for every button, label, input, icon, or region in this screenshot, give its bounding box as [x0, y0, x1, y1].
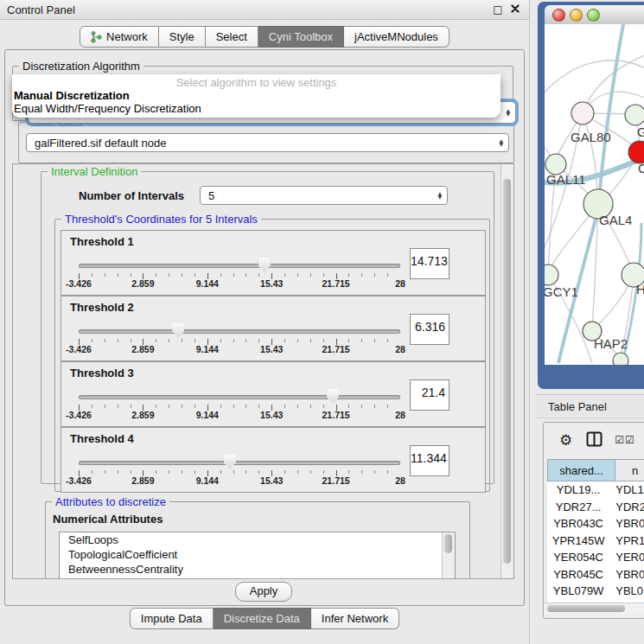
threshold-1-slider[interactable]: -3.426 2.859 9.144 15.43 21.715 28 [79, 231, 400, 295]
float-window-icon[interactable]: □ [489, 3, 507, 16]
node-gcy1[interactable] [545, 265, 558, 285]
algorithm-popup-hint: Select algorithm to view settings [12, 74, 501, 89]
list-item-topologicalcoefficient[interactable]: TopologicalCoefficient [60, 547, 455, 562]
number-of-intervals-label: Number of Intervals [79, 189, 184, 202]
column-header-shared-name[interactable]: shared... [547, 459, 615, 481]
split-table-icon[interactable] [586, 431, 603, 450]
tab-style-label: Style [169, 30, 194, 43]
table-row[interactable]: YBR045C YBR0 [547, 566, 644, 583]
window-minimize-button[interactable] [570, 9, 583, 22]
cell-shared-name[interactable]: YBR045C [547, 568, 609, 581]
node-gal80[interactable] [571, 102, 594, 124]
list-item-selfloops[interactable]: SelfLoops [60, 532, 455, 547]
tab-impute-data[interactable]: Impute Data [130, 608, 214, 629]
tick-label: 9.144 [196, 410, 219, 420]
threshold-1-value-field[interactable]: 14.713 [410, 248, 450, 279]
slider-thumb[interactable] [224, 455, 236, 469]
tab-infer-network-label: Infer Network [322, 612, 388, 625]
window-zoom-button[interactable] [587, 9, 600, 22]
tick-label: 28 [395, 278, 405, 289]
table-panel-title: Table Panel [536, 400, 607, 413]
number-of-intervals-combobox[interactable]: 5 ▲▼ [200, 186, 448, 205]
attributes-group-label: Attributes to discretize [52, 495, 169, 508]
table-row[interactable]: YPR145W YPR1 [547, 532, 644, 550]
threshold-3-value-field[interactable]: 21.4 [410, 379, 450, 411]
table-row[interactable]: YBL079W YBL0 [547, 583, 644, 600]
cell-shared-name[interactable]: YBL079W [547, 584, 609, 597]
tick-label: -3.426 [66, 278, 92, 289]
slider-thumb[interactable] [172, 323, 184, 338]
slider-track[interactable] [79, 264, 400, 268]
tab-discretize-data[interactable]: Discretize Data [214, 608, 311, 629]
slider-track[interactable] [79, 461, 400, 465]
tab-discretize-data-label: Discretize Data [224, 612, 300, 625]
table-data-combobox[interactable]: galFiltered.sif default node ▲▼ [26, 133, 509, 152]
tick-label: 2.859 [131, 344, 154, 354]
tab-network[interactable]: Network [80, 26, 159, 48]
cell-name[interactable]: YDL1 [609, 483, 644, 496]
tick-label: 9.144 [196, 344, 219, 354]
node-label-gal11: GAL11 [546, 172, 586, 187]
cell-shared-name[interactable]: YPR145W [547, 534, 609, 547]
threshold-2-slider[interactable]: -3.426 2.859 9.144 15.43 21.715 28 [79, 296, 400, 360]
list-item-betweennesscentrality[interactable]: BetweennessCentrality [60, 562, 455, 577]
numerical-attributes-label: Numerical Attributes [53, 513, 163, 526]
close-icon[interactable] [507, 3, 529, 16]
slider-thumb[interactable] [258, 258, 271, 272]
table-row[interactable]: YBR043C YBR0 [547, 515, 644, 532]
column-header-name[interactable]: n [615, 459, 644, 481]
tick-label: 15.43 [260, 278, 283, 289]
interval-definition-group-label: Interval Definition [48, 165, 141, 178]
popup-option-manual-discretization[interactable]: Manual Discretization [12, 89, 501, 102]
scrollbar-thumb[interactable] [444, 534, 452, 553]
table-panel-titlebar: Table Panel [536, 394, 644, 418]
tick-label: -3.426 [66, 475, 92, 486]
network-canvas[interactable]: GAL80 G C GAL11 GAL4 GCY1 H HAP2 [545, 24, 644, 365]
popup-option-equal-width-frequency[interactable]: Equal Width/Frequency Discretization [12, 102, 501, 115]
node-g[interactable] [625, 105, 644, 125]
cell-name[interactable]: YDR2 [609, 501, 644, 513]
numerical-attributes-list[interactable]: SelfLoops TopologicalCoefficient Between… [59, 532, 456, 579]
window-close-button[interactable] [552, 9, 565, 22]
tab-select[interactable]: Select [206, 26, 258, 48]
cell-shared-name[interactable]: YDL19... [547, 483, 609, 496]
tab-cyni-toolbox[interactable]: Cyni Toolbox [258, 26, 344, 48]
slider-track[interactable] [79, 329, 400, 334]
threshold-4-value-field[interactable]: 11.344 [410, 445, 450, 476]
table-row[interactable]: YDR27... YDR2 [547, 499, 644, 516]
cell-name[interactable]: YBL0 [609, 584, 644, 597]
slider-track[interactable] [79, 395, 400, 399]
settings-vertical-scrollbar[interactable] [501, 164, 513, 578]
tick-label: 2.859 [131, 410, 154, 420]
cell-shared-name[interactable]: YER054C [547, 551, 609, 564]
tab-style[interactable]: Style [159, 26, 206, 48]
tab-jactivemnodules[interactable]: jActiveMNodules [344, 26, 450, 48]
cell-shared-name[interactable]: YDR27... [547, 501, 609, 513]
threshold-4-slider[interactable]: -3.426 2.859 9.144 15.43 21.715 28 [79, 428, 400, 492]
slider-thumb[interactable] [327, 389, 339, 404]
threshold-2-value-field[interactable]: 6.316 [410, 314, 450, 345]
cell-name[interactable]: YBR0 [609, 568, 644, 581]
bottom-tab-bar: Impute Data Discretize Data Infer Networ… [0, 608, 529, 629]
table-row[interactable]: YER054C YER0 [547, 549, 644, 566]
node-bottom[interactable] [613, 353, 628, 365]
network-window-titlebar[interactable] [545, 5, 644, 25]
scrollbar-thumb[interactable] [547, 605, 625, 612]
cell-name[interactable]: YPR1 [609, 534, 644, 547]
gear-icon[interactable]: ⚙ [559, 431, 572, 449]
table-row[interactable]: YDL19... YDL1 [547, 481, 644, 499]
cell-name[interactable]: YER0 [609, 551, 644, 564]
apply-button[interactable]: Apply [235, 582, 292, 602]
node-label-gcy1: GCY1 [545, 284, 578, 299]
discretization-algorithm-group-label: Discretization Algorithm [19, 60, 143, 73]
checkboxes-icon[interactable]: ☑☑ [615, 434, 635, 446]
cell-shared-name[interactable]: YBR043C [547, 517, 609, 530]
threshold-3-slider[interactable]: -3.426 2.859 9.144 15.43 21.715 28 [79, 362, 400, 426]
table-horizontal-scrollbar[interactable] [544, 603, 644, 615]
cell-name[interactable]: YBR0 [609, 517, 644, 530]
slider-tick-labels: -3.426 2.859 9.144 15.43 21.715 28 [79, 475, 400, 488]
tab-infer-network[interactable]: Infer Network [311, 608, 399, 629]
attributes-list-scrollbar[interactable] [442, 532, 455, 579]
scrollbar-thumb[interactable] [503, 179, 511, 564]
control-panel-titlebar: Control Panel □ [0, 0, 529, 20]
